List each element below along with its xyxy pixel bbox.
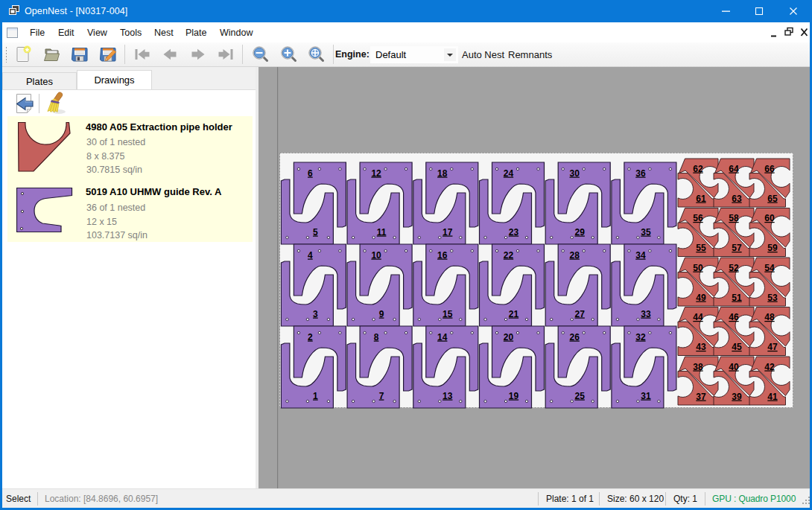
svg-text:10: 10 xyxy=(371,250,381,261)
svg-text:45: 45 xyxy=(732,342,742,352)
svg-text:52: 52 xyxy=(729,263,739,273)
svg-text:62: 62 xyxy=(693,164,703,174)
svg-text:21: 21 xyxy=(509,309,519,319)
svg-text:22: 22 xyxy=(504,250,514,261)
svg-text:26: 26 xyxy=(570,332,580,342)
svg-text:49: 49 xyxy=(696,293,706,303)
svg-text:27: 27 xyxy=(575,309,586,319)
svg-text:39: 39 xyxy=(732,392,742,402)
svg-text:6: 6 xyxy=(308,168,313,179)
svg-text:41: 41 xyxy=(767,392,778,402)
svg-text:48: 48 xyxy=(764,312,775,322)
svg-text:47: 47 xyxy=(767,342,778,352)
svg-text:20: 20 xyxy=(504,332,514,342)
svg-text:17: 17 xyxy=(443,227,453,238)
svg-text:9: 9 xyxy=(379,309,384,319)
svg-text:25: 25 xyxy=(575,391,586,401)
svg-text:42: 42 xyxy=(764,362,775,372)
svg-text:14: 14 xyxy=(437,332,448,342)
svg-text:30: 30 xyxy=(570,168,580,179)
svg-text:44: 44 xyxy=(693,312,703,322)
svg-text:36: 36 xyxy=(635,168,646,179)
svg-text:24: 24 xyxy=(504,168,514,179)
svg-text:3: 3 xyxy=(313,309,318,319)
svg-text:63: 63 xyxy=(732,194,742,204)
svg-text:65: 65 xyxy=(767,194,778,204)
svg-text:15: 15 xyxy=(443,309,453,319)
svg-text:13: 13 xyxy=(443,391,453,401)
svg-text:31: 31 xyxy=(641,391,651,401)
svg-text:32: 32 xyxy=(635,332,646,342)
svg-text:33: 33 xyxy=(641,309,651,319)
svg-text:29: 29 xyxy=(575,227,586,238)
svg-text:64: 64 xyxy=(729,164,739,174)
svg-text:7: 7 xyxy=(379,391,384,401)
svg-text:2: 2 xyxy=(308,332,313,342)
svg-text:38: 38 xyxy=(693,362,703,372)
svg-text:54: 54 xyxy=(764,263,775,273)
svg-text:55: 55 xyxy=(696,243,706,253)
svg-text:43: 43 xyxy=(696,342,706,352)
svg-text:23: 23 xyxy=(509,227,519,238)
svg-text:66: 66 xyxy=(764,164,775,174)
svg-text:8: 8 xyxy=(374,332,379,342)
svg-text:34: 34 xyxy=(635,250,646,261)
svg-text:58: 58 xyxy=(729,213,739,223)
svg-text:61: 61 xyxy=(696,194,706,204)
svg-text:50: 50 xyxy=(693,263,703,273)
svg-text:28: 28 xyxy=(570,250,580,261)
svg-text:59: 59 xyxy=(767,243,778,253)
svg-text:40: 40 xyxy=(729,362,739,372)
svg-text:12: 12 xyxy=(371,168,381,179)
svg-text:4: 4 xyxy=(308,250,313,261)
svg-text:5: 5 xyxy=(313,227,318,238)
svg-text:51: 51 xyxy=(732,293,742,303)
svg-text:11: 11 xyxy=(377,227,387,238)
svg-text:18: 18 xyxy=(437,168,448,179)
svg-text:46: 46 xyxy=(729,312,739,322)
svg-text:57: 57 xyxy=(732,243,742,253)
svg-text:19: 19 xyxy=(509,391,519,401)
svg-text:60: 60 xyxy=(764,213,775,223)
svg-text:37: 37 xyxy=(696,392,706,402)
svg-text:56: 56 xyxy=(693,213,703,223)
svg-text:53: 53 xyxy=(767,293,778,303)
svg-text:16: 16 xyxy=(437,250,448,261)
svg-text:35: 35 xyxy=(641,227,651,238)
svg-text:1: 1 xyxy=(313,391,318,401)
